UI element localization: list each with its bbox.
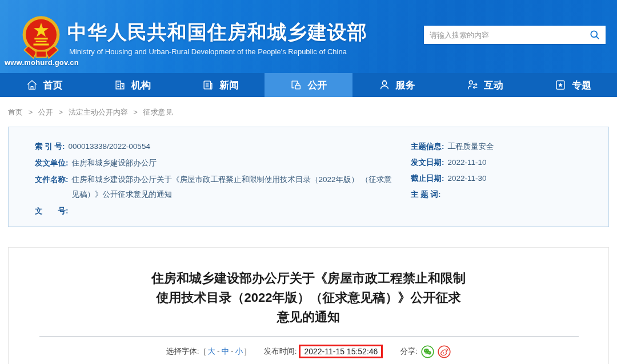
meta-label: 发文单位: bbox=[35, 157, 69, 171]
publish-time-label: 发布时间: bbox=[264, 346, 297, 357]
article-panel: 住房和城乡建设部办公厅关于《房屋市政工程禁止和限制 使用技术目录（2022年版）… bbox=[8, 247, 609, 364]
nav-label: 机构 bbox=[131, 79, 151, 92]
breadcrumb-disclosure[interactable]: 公开 bbox=[38, 108, 53, 116]
font-size-small[interactable]: 小 bbox=[235, 347, 243, 355]
meta-value: 000013338/2022-00554 bbox=[69, 139, 150, 154]
share-label: 分享: bbox=[400, 346, 418, 357]
meta-row-doc-number: 文 号: bbox=[35, 205, 394, 217]
meta-value: 工程质量安全 bbox=[448, 141, 494, 152]
meta-label: 主题信息: bbox=[411, 141, 444, 152]
nav-item-services[interactable]: 服务 bbox=[352, 73, 440, 97]
breadcrumb: 首页 > 公开 > 法定主动公开内容 > 征求意见 bbox=[0, 97, 617, 127]
site-subtitle-en: Ministry of Housing and Urban-Rural Deve… bbox=[69, 47, 347, 56]
meta-row-issue-date: 发文日期: 2022-11-10 bbox=[411, 157, 582, 168]
article-toolbar: 选择字体: [大-中-小] 发布时间: 2022-11-15 15:52:46 … bbox=[9, 345, 608, 358]
meta-value: 2022-11-10 bbox=[448, 157, 487, 168]
article-title-line: 住房和城乡建设部办公厅关于《房屋市政工程禁止和限制 bbox=[91, 269, 526, 288]
newspaper-icon bbox=[202, 79, 214, 91]
site-title: 中华人民共和国住房和城乡建设部 bbox=[67, 19, 367, 46]
document-meta-panel: 索 引 号: 000013338/2022-00554 发文单位: 住房和城乡建… bbox=[8, 127, 609, 227]
meta-row-index: 索 引 号: 000013338/2022-00554 bbox=[35, 141, 394, 154]
home-icon bbox=[26, 79, 38, 91]
meta-label: 发文日期: bbox=[411, 157, 444, 168]
weibo-share-icon[interactable] bbox=[438, 345, 451, 358]
meta-right-column: 主题信息: 工程质量安全 发文日期: 2022-11-10 截止日期: 2022… bbox=[411, 141, 582, 216]
meta-label: 文 号: bbox=[35, 205, 69, 217]
meta-value: 住房和城乡建设部办公厅关于《房屋市政工程禁止和限制使用技术目录（2022年版） … bbox=[72, 172, 394, 202]
nav-label: 新闻 bbox=[219, 79, 239, 92]
article-title: 住房和城乡建设部办公厅关于《房屋市政工程禁止和限制 使用技术目录（2022年版）… bbox=[91, 269, 526, 327]
nav-item-interaction[interactable]: 互动 bbox=[440, 73, 528, 97]
nav-label: 专题 bbox=[572, 79, 591, 92]
nav-label: 互动 bbox=[484, 79, 503, 92]
meta-label: 截止日期: bbox=[411, 173, 444, 184]
article-title-line: 意见的通知 bbox=[91, 308, 526, 327]
site-header: www.mohurd.gov.cn 中华人民共和国住房和城乡建设部 Minist… bbox=[0, 0, 617, 73]
publish-time-group: 发布时间: 2022-11-15 15:52:46 bbox=[264, 345, 383, 358]
meta-value: 2022-11-30 bbox=[448, 173, 487, 184]
article-title-line: 使用技术目录（2022年版）（征求意见稿）》公开征求 bbox=[91, 288, 526, 308]
national-emblem-logo bbox=[21, 15, 62, 64]
star-badge-icon bbox=[554, 79, 567, 91]
breadcrumb-statutory[interactable]: 法定主动公开内容 bbox=[69, 108, 128, 116]
nav-item-org[interactable]: 机构 bbox=[88, 73, 176, 97]
site-url: www.mohurd.gov.cn bbox=[5, 58, 79, 67]
building-icon bbox=[114, 79, 126, 91]
interaction-arrows-icon bbox=[466, 79, 479, 91]
nav-item-disclosure[interactable]: 公开 bbox=[265, 73, 352, 97]
meta-row-issuing-unit: 发文单位: 住房和城乡建设部办公厅 bbox=[35, 157, 394, 171]
nav-item-home[interactable]: 首页 bbox=[0, 73, 88, 97]
meta-value: 住房和城乡建设部办公厅 bbox=[72, 156, 157, 171]
meta-row-keywords: 主 题 词: bbox=[411, 189, 582, 200]
meta-label: 主 题 词: bbox=[411, 189, 441, 200]
nav-label: 公开 bbox=[307, 79, 327, 92]
share-group: 分享: bbox=[400, 345, 451, 358]
publish-timestamp-highlighted: 2022-11-15 15:52:46 bbox=[299, 345, 383, 358]
meta-label: 索 引 号: bbox=[35, 141, 65, 154]
nav-item-news[interactable]: 新闻 bbox=[177, 73, 265, 97]
main-nav: 首页 机构 新闻 公开 服务 互动 bbox=[0, 73, 617, 97]
nav-label: 首页 bbox=[43, 79, 63, 92]
meta-row-deadline: 截止日期: 2022-11-30 bbox=[411, 173, 582, 184]
search-input[interactable] bbox=[424, 31, 584, 39]
wechat-share-icon[interactable] bbox=[421, 345, 434, 358]
search-button[interactable] bbox=[584, 26, 606, 44]
meta-left-column: 索 引 号: 000013338/2022-00554 发文单位: 住房和城乡建… bbox=[35, 141, 411, 216]
meta-row-topic-info: 主题信息: 工程质量安全 bbox=[411, 141, 582, 152]
person-service-icon bbox=[378, 79, 391, 91]
font-size-medium[interactable]: 中 bbox=[221, 347, 229, 355]
title-divider bbox=[39, 336, 579, 337]
document-lock-icon bbox=[290, 79, 302, 91]
meta-row-doc-name: 文件名称: 住房和城乡建设部办公厅关于《房屋市政工程禁止和限制使用技术目录（20… bbox=[35, 174, 394, 202]
nav-label: 服务 bbox=[396, 79, 415, 92]
search-box bbox=[424, 26, 606, 44]
font-size-selector: [大-中-小] bbox=[204, 346, 247, 357]
nav-item-topics[interactable]: 专题 bbox=[529, 73, 617, 97]
search-icon bbox=[589, 29, 600, 41]
meta-label: 文件名称: bbox=[35, 174, 69, 202]
font-select-label: 选择字体: bbox=[166, 346, 199, 357]
breadcrumb-home[interactable]: 首页 bbox=[8, 108, 23, 116]
breadcrumb-comments[interactable]: 征求意见 bbox=[143, 108, 173, 116]
font-size-large[interactable]: 大 bbox=[207, 347, 215, 355]
